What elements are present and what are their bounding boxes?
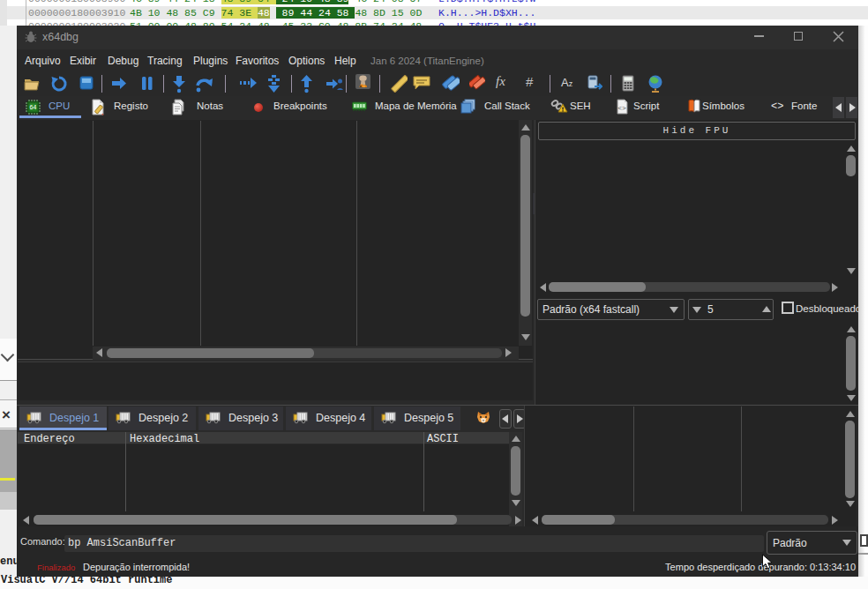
svg-text:64: 64: [30, 104, 37, 110]
svg-text:<>: <>: [617, 104, 626, 112]
